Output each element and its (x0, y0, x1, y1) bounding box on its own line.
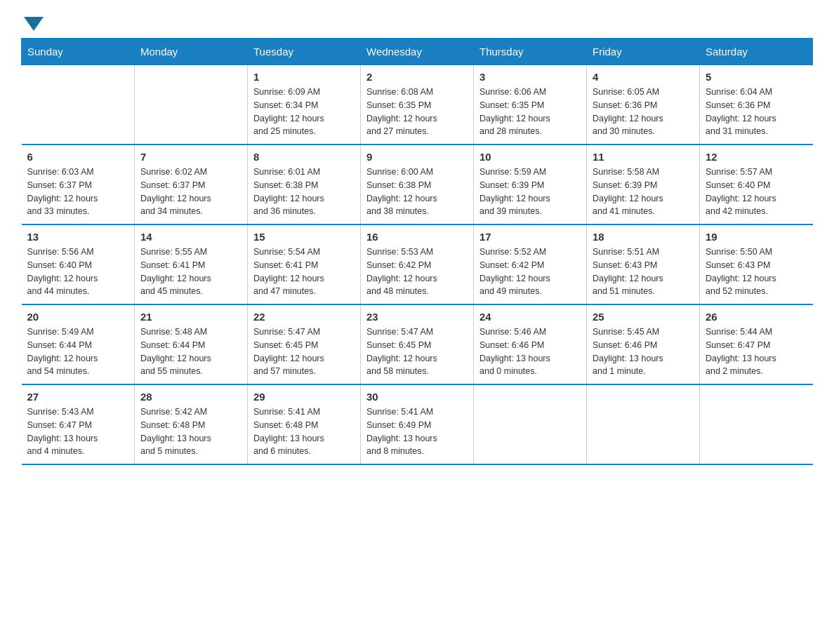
day-info: Sunrise: 5:59 AM Sunset: 6:39 PM Dayligh… (479, 166, 581, 218)
calendar-cell: 4Sunrise: 6:05 AM Sunset: 6:36 PM Daylig… (587, 65, 700, 145)
day-number: 19 (706, 231, 807, 243)
weekday-header-monday: Monday (135, 39, 248, 65)
day-number: 5 (706, 71, 807, 83)
calendar-cell: 5Sunrise: 6:04 AM Sunset: 6:36 PM Daylig… (700, 65, 813, 145)
day-number: 28 (140, 391, 241, 403)
logo (21, 14, 44, 31)
calendar-cell: 27Sunrise: 5:43 AM Sunset: 6:47 PM Dayli… (22, 384, 135, 464)
day-info: Sunrise: 6:05 AM Sunset: 6:36 PM Dayligh… (593, 86, 694, 138)
day-number: 14 (140, 231, 241, 243)
day-info: Sunrise: 5:44 AM Sunset: 6:47 PM Dayligh… (706, 326, 807, 378)
day-info: Sunrise: 5:55 AM Sunset: 6:41 PM Dayligh… (140, 246, 241, 298)
calendar-week-row: 6Sunrise: 6:03 AM Sunset: 6:37 PM Daylig… (22, 145, 813, 224)
calendar-cell: 15Sunrise: 5:54 AM Sunset: 6:41 PM Dayli… (248, 224, 361, 304)
calendar-cell: 29Sunrise: 5:41 AM Sunset: 6:48 PM Dayli… (248, 384, 361, 464)
logo-top (21, 14, 44, 31)
day-number: 3 (479, 71, 581, 83)
weekday-header-thursday: Thursday (474, 39, 587, 65)
calendar-cell: 1Sunrise: 6:09 AM Sunset: 6:34 PM Daylig… (248, 65, 361, 145)
day-info: Sunrise: 5:58 AM Sunset: 6:39 PM Dayligh… (593, 166, 694, 218)
day-info: Sunrise: 6:00 AM Sunset: 6:38 PM Dayligh… (366, 166, 468, 218)
page-header (21, 14, 813, 31)
day-number: 12 (706, 151, 807, 163)
day-number: 18 (593, 231, 694, 243)
weekday-header-saturday: Saturday (700, 39, 813, 65)
calendar-cell: 9Sunrise: 6:00 AM Sunset: 6:38 PM Daylig… (361, 145, 474, 224)
calendar-cell (135, 65, 248, 145)
day-number: 17 (479, 231, 581, 243)
calendar-cell: 2Sunrise: 6:08 AM Sunset: 6:35 PM Daylig… (361, 65, 474, 145)
calendar-header-row: SundayMondayTuesdayWednesdayThursdayFrid… (22, 39, 813, 65)
day-info: Sunrise: 5:41 AM Sunset: 6:49 PM Dayligh… (366, 405, 468, 458)
calendar-cell: 18Sunrise: 5:51 AM Sunset: 6:43 PM Dayli… (587, 224, 700, 304)
day-info: Sunrise: 5:47 AM Sunset: 6:45 PM Dayligh… (253, 326, 355, 378)
day-info: Sunrise: 5:46 AM Sunset: 6:46 PM Dayligh… (479, 326, 581, 378)
day-info: Sunrise: 5:57 AM Sunset: 6:40 PM Dayligh… (706, 166, 807, 218)
calendar-week-row: 13Sunrise: 5:56 AM Sunset: 6:40 PM Dayli… (22, 224, 813, 304)
weekday-header-tuesday: Tuesday (248, 39, 361, 65)
weekday-header-wednesday: Wednesday (361, 39, 474, 65)
day-number: 4 (593, 71, 694, 83)
calendar-cell: 25Sunrise: 5:45 AM Sunset: 6:46 PM Dayli… (587, 304, 700, 384)
calendar-cell: 14Sunrise: 5:55 AM Sunset: 6:41 PM Dayli… (135, 224, 248, 304)
calendar-table: SundayMondayTuesdayWednesdayThursdayFrid… (21, 38, 813, 465)
day-number: 25 (593, 311, 694, 323)
day-number: 21 (140, 311, 241, 323)
logo-triangle-icon (24, 17, 44, 31)
calendar-cell: 3Sunrise: 6:06 AM Sunset: 6:35 PM Daylig… (474, 65, 587, 145)
calendar-cell: 12Sunrise: 5:57 AM Sunset: 6:40 PM Dayli… (700, 145, 813, 224)
calendar-week-row: 20Sunrise: 5:49 AM Sunset: 6:44 PM Dayli… (22, 304, 813, 384)
calendar-cell: 23Sunrise: 5:47 AM Sunset: 6:45 PM Dayli… (361, 304, 474, 384)
day-info: Sunrise: 5:48 AM Sunset: 6:44 PM Dayligh… (140, 326, 241, 378)
day-number: 8 (253, 151, 355, 163)
calendar-week-row: 1Sunrise: 6:09 AM Sunset: 6:34 PM Daylig… (22, 65, 813, 145)
day-number: 26 (706, 311, 807, 323)
day-number: 11 (593, 151, 694, 163)
day-info: Sunrise: 5:51 AM Sunset: 6:43 PM Dayligh… (593, 246, 694, 298)
day-info: Sunrise: 5:54 AM Sunset: 6:41 PM Dayligh… (253, 246, 355, 298)
day-number: 15 (253, 231, 355, 243)
calendar-week-row: 27Sunrise: 5:43 AM Sunset: 6:47 PM Dayli… (22, 384, 813, 464)
calendar-cell: 26Sunrise: 5:44 AM Sunset: 6:47 PM Dayli… (700, 304, 813, 384)
calendar-cell (587, 384, 700, 464)
day-info: Sunrise: 5:41 AM Sunset: 6:48 PM Dayligh… (253, 405, 355, 458)
day-info: Sunrise: 5:53 AM Sunset: 6:42 PM Dayligh… (366, 246, 468, 298)
day-info: Sunrise: 6:06 AM Sunset: 6:35 PM Dayligh… (479, 86, 581, 138)
day-info: Sunrise: 5:50 AM Sunset: 6:43 PM Dayligh… (706, 246, 807, 298)
day-number: 2 (366, 71, 468, 83)
day-number: 23 (366, 311, 468, 323)
day-number: 30 (366, 391, 468, 403)
day-number: 13 (27, 231, 129, 243)
calendar-cell: 13Sunrise: 5:56 AM Sunset: 6:40 PM Dayli… (22, 224, 135, 304)
calendar-cell: 30Sunrise: 5:41 AM Sunset: 6:49 PM Dayli… (361, 384, 474, 464)
day-info: Sunrise: 6:01 AM Sunset: 6:38 PM Dayligh… (253, 166, 355, 218)
day-info: Sunrise: 6:09 AM Sunset: 6:34 PM Dayligh… (253, 86, 355, 138)
calendar-cell (700, 384, 813, 464)
day-number: 20 (27, 311, 129, 323)
day-info: Sunrise: 5:52 AM Sunset: 6:42 PM Dayligh… (479, 246, 581, 298)
weekday-header-friday: Friday (587, 39, 700, 65)
day-info: Sunrise: 5:49 AM Sunset: 6:44 PM Dayligh… (27, 326, 129, 378)
calendar-cell: 24Sunrise: 5:46 AM Sunset: 6:46 PM Dayli… (474, 304, 587, 384)
day-info: Sunrise: 5:45 AM Sunset: 6:46 PM Dayligh… (593, 326, 694, 378)
day-number: 29 (253, 391, 355, 403)
calendar-cell (474, 384, 587, 464)
calendar-cell: 22Sunrise: 5:47 AM Sunset: 6:45 PM Dayli… (248, 304, 361, 384)
day-number: 16 (366, 231, 468, 243)
calendar-cell: 28Sunrise: 5:42 AM Sunset: 6:48 PM Dayli… (135, 384, 248, 464)
day-info: Sunrise: 5:43 AM Sunset: 6:47 PM Dayligh… (27, 405, 129, 458)
day-info: Sunrise: 5:42 AM Sunset: 6:48 PM Dayligh… (140, 405, 241, 458)
day-number: 24 (479, 311, 581, 323)
weekday-header-sunday: Sunday (22, 39, 135, 65)
day-number: 9 (366, 151, 468, 163)
calendar-cell: 19Sunrise: 5:50 AM Sunset: 6:43 PM Dayli… (700, 224, 813, 304)
day-info: Sunrise: 5:47 AM Sunset: 6:45 PM Dayligh… (366, 326, 468, 378)
day-info: Sunrise: 6:03 AM Sunset: 6:37 PM Dayligh… (27, 166, 129, 218)
calendar-cell: 16Sunrise: 5:53 AM Sunset: 6:42 PM Dayli… (361, 224, 474, 304)
calendar-cell: 10Sunrise: 5:59 AM Sunset: 6:39 PM Dayli… (474, 145, 587, 224)
day-info: Sunrise: 6:02 AM Sunset: 6:37 PM Dayligh… (140, 166, 241, 218)
day-info: Sunrise: 6:04 AM Sunset: 6:36 PM Dayligh… (706, 86, 807, 138)
day-number: 27 (27, 391, 129, 403)
calendar-cell: 6Sunrise: 6:03 AM Sunset: 6:37 PM Daylig… (22, 145, 135, 224)
day-number: 1 (253, 71, 355, 83)
